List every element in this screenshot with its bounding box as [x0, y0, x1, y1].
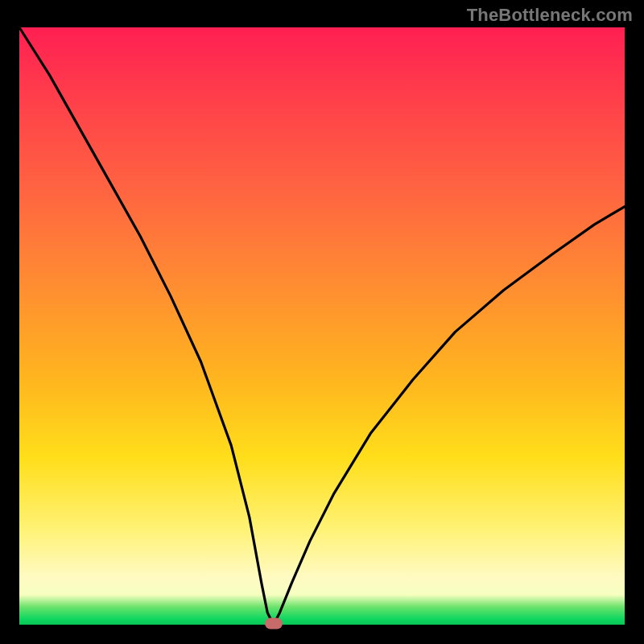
plot-area [19, 27, 625, 625]
watermark-text: TheBottleneck.com [467, 5, 633, 26]
optimum-marker [265, 618, 283, 630]
bottleneck-curve [19, 27, 625, 625]
chart-frame: TheBottleneck.com [0, 0, 644, 644]
